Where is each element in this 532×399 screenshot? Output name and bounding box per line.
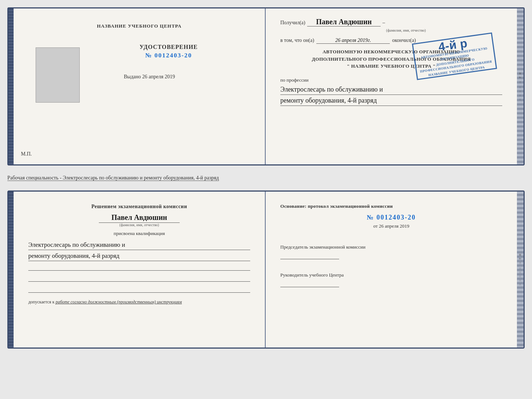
head-block: Руководитель учебного Центра	[280, 272, 502, 292]
issued-date: 26 апреля 2019	[142, 74, 175, 79]
bottom-edge-char-4: –	[518, 267, 522, 269]
completion-date: 26 апреля 2019г.	[335, 38, 371, 43]
bottom-left-spine	[8, 192, 14, 348]
bottom-right-edge-strip: и а ← – – – – –	[517, 192, 524, 348]
qual-line2: ремонту оборудования, 4-й разряд	[28, 251, 250, 261]
profession-line1: Электрослесарь по обслуживанию и	[280, 85, 502, 95]
edge-char-5: –	[518, 90, 522, 92]
blank-line-3	[28, 285, 250, 293]
received-label: Получил(а)	[280, 20, 305, 26]
commission-text: Решением экзаменационной комиссии	[28, 203, 250, 210]
vtom-label: в том, что он(а)	[280, 38, 314, 43]
edge-char-2: а	[518, 76, 522, 78]
bottom-right-page: Основание: протокол экзаменационной коми…	[266, 192, 517, 348]
top-left-page: НАЗВАНИЕ УЧЕБНОГО ЦЕНТРА УДОСТОВЕРЕНИЕ №…	[14, 8, 266, 164]
profession-line2: ремонту оборудования, 4-й разряд	[280, 96, 502, 106]
right-edge-strip: и а ← – – – –	[517, 8, 524, 164]
chairman-label: Председатель экзаменационной комиссии	[280, 244, 502, 250]
allowed-text-block: допускается к работе согласно должностны…	[28, 299, 250, 305]
bottom-edge-char-8: –	[518, 284, 522, 285]
finished-label: окончил(а)	[392, 38, 416, 43]
dash: –	[382, 20, 385, 26]
bottom-edge-char-2: а	[518, 258, 522, 259]
bottom-left-page: Решением экзаменационной комиссии Павел …	[14, 192, 266, 348]
bottom-edge-char-1: и	[518, 254, 522, 256]
qual-line1: Электрослесарь по обслуживанию и	[28, 240, 250, 250]
top-right-page: Получил(а) Павел Авдюшин – (фамилия, имя…	[266, 8, 517, 164]
from-date-value: 26 апреля 2019	[379, 223, 409, 229]
name-sub-label: (фамилия, имя, отчество)	[310, 28, 502, 32]
assigned-text: присвоена квалификация	[28, 231, 250, 236]
recipient-name: Павел Авдюшин	[316, 18, 372, 26]
commission-name: Павел Авдюшин	[28, 213, 250, 222]
edge-char-3: ←	[518, 81, 522, 84]
profession-label: по профессии	[280, 77, 502, 83]
allowed-text: работе согласно должностным (производств…	[55, 299, 182, 304]
edge-char-7: –	[518, 99, 522, 100]
from-label: от	[373, 223, 378, 229]
blank-line-1	[28, 263, 250, 271]
bottom-edge-char-3: ←	[518, 261, 522, 265]
recipient-name-field: Павел Авдюшин	[307, 18, 381, 26]
edge-char-4: –	[518, 86, 522, 88]
edge-char-6: –	[518, 95, 522, 96]
edge-char-1: и	[518, 72, 522, 74]
specialty-label: Рабочая специальность - Электрослесарь п…	[7, 175, 219, 181]
top-document: НАЗВАНИЕ УЧЕБНОГО ЦЕНТРА УДОСТОВЕРЕНИЕ №…	[7, 7, 525, 165]
bottom-name-sub-label: (фамилия, имя, отчество)	[28, 223, 250, 227]
photo-placeholder	[36, 47, 80, 103]
bottom-edge-char-6: –	[518, 275, 522, 277]
received-line: Получил(а) Павел Авдюшин –	[280, 18, 502, 26]
bottom-edge-char-7: –	[518, 279, 522, 281]
head-label: Руководитель учебного Центра	[280, 272, 502, 278]
blank-line-2	[28, 274, 250, 282]
mp-label: М.П.	[21, 151, 32, 157]
protocol-number: № 0012403-20	[280, 214, 502, 221]
bottom-edge-char-5: –	[518, 271, 522, 273]
cert-title: УДОСТОВЕРЕНИЕ	[140, 44, 198, 50]
chairman-block: Председатель экзаменационной комиссии	[280, 244, 502, 264]
from-date: от 26 апреля 2019	[280, 223, 502, 229]
issued-label: Выдано	[124, 74, 141, 79]
head-sig-line	[280, 280, 339, 287]
basis-text: Основание: протокол экзаменационной коми…	[280, 203, 502, 210]
page-wrapper: НАЗВАНИЕ УЧЕБНОГО ЦЕНТРА УДОСТОВЕРЕНИЕ №…	[7, 7, 525, 349]
cert-number: № 0012403-20	[140, 52, 198, 59]
completion-date-field: 26 апреля 2019г.	[316, 38, 390, 44]
training-center-header: НАЗВАНИЕ УЧЕБНОГО ЦЕНТРА	[97, 23, 182, 29]
specialty-text: Рабочая специальность - Электрослесарь п…	[7, 172, 525, 184]
allowed-label: допускается к	[28, 299, 54, 304]
left-spine	[8, 8, 14, 164]
bottom-document: Решением экзаменационной комиссии Павел …	[7, 190, 525, 349]
chairman-sig-line	[280, 252, 339, 259]
